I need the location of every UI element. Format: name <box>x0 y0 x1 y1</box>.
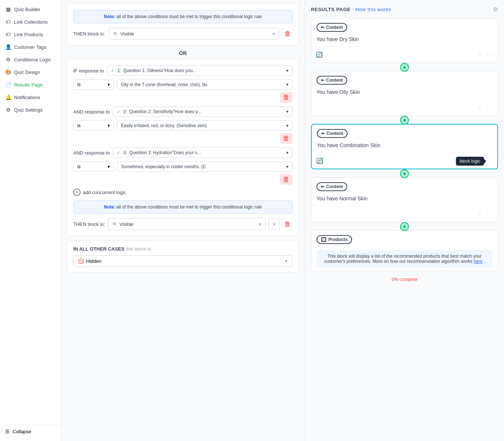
first-note-proper: Note: all of the above conditions must b… <box>73 10 292 23</box>
condition-3-operator-select[interactable]: is ▾ <box>73 162 114 172</box>
edit3-icon: ✏ <box>321 131 325 136</box>
chevron-op3-icon: ▾ <box>108 164 110 169</box>
content-card-oily-skin: ✏ Content You have Oily Skin ⑂ ··· <box>311 71 498 116</box>
branch2-button[interactable]: ⑂ <box>477 103 483 112</box>
settings-icon: ⚙ <box>5 107 11 113</box>
sidebar-item-quiz-design[interactable]: 🎨 Quiz Design <box>0 66 61 78</box>
logic-icon: ⚙ <box>5 57 11 62</box>
condition-1-value-row: is ▾ Oily in the T-zone (forehead, nose,… <box>73 79 292 90</box>
second-delete-button[interactable]: 🗑 <box>283 219 292 230</box>
content-badge-3[interactable]: ✏ Content <box>317 129 348 138</box>
first-then-row: THEN block is: 👁 Visible ▾ 🗑 <box>73 28 292 40</box>
sidebar-item-conditional-logic[interactable]: ⚙ Conditional Logic <box>0 53 61 66</box>
check2-icon: ✓ <box>117 109 120 114</box>
or-divider: OR <box>67 50 299 56</box>
eye2-icon: 👁 <box>112 221 117 227</box>
first-visible-select[interactable]: 👁 Visible ▾ <box>109 28 279 40</box>
condition-2-operator-select[interactable]: is ▾ <box>73 121 114 131</box>
edit4-icon: ✏ <box>321 184 324 189</box>
progress-bar-container: 0% complete <box>311 275 498 286</box>
sidebar-item-quiz-builder[interactable]: ▦ Quiz Builder <box>0 3 61 16</box>
plus3-icon: + <box>403 171 406 177</box>
add-circle-3[interactable]: + <box>400 169 409 178</box>
condition-1-question-select[interactable]: ✓ 1 Question 1: Oiliness"How does you...… <box>107 65 292 76</box>
condition-1-row: IF response to ✓ 1 Question 1: Oiliness"… <box>73 65 292 76</box>
chevron-val2-icon: ▾ <box>286 123 288 128</box>
sidebar-item-link-products[interactable]: 🏷 Link Products <box>0 28 61 41</box>
design-icon: 🎨 <box>5 69 11 75</box>
more2-button[interactable]: ··· <box>486 103 493 112</box>
chevron-q2-icon: ▾ <box>286 109 288 114</box>
sidebar-item-results-page[interactable]: 📄 Results Page <box>0 78 61 91</box>
more1-button[interactable]: ··· <box>486 50 493 60</box>
sync1-icon: 🔄 <box>316 51 323 58</box>
condition-2-question-select[interactable]: ✓ 2 Question 2: Sensitivity"How does y..… <box>113 106 292 117</box>
sidebar-item-quiz-settings[interactable]: ⚙ Quiz Settings <box>0 104 61 116</box>
first-then-label: THEN block is: <box>73 31 105 37</box>
add-logic-button[interactable]: ＋ <box>268 218 280 230</box>
condition-1-value-select[interactable]: Oily in the T-zone (forehead, nose, chin… <box>117 79 292 90</box>
main-area: Note: all of the above conditions must b… <box>61 0 504 441</box>
branch1-button[interactable]: ⑂ <box>477 50 483 60</box>
plus2-icon: + <box>403 117 406 123</box>
here-link[interactable]: here <box>474 259 483 264</box>
branch4-button[interactable]: ⑂ <box>477 209 483 219</box>
condition-2-value-select[interactable]: Easily irritated, red, or itchy. (Sensit… <box>117 121 292 131</box>
condition-3-delete-row: 🗑 <box>73 174 292 185</box>
chevron-op2-icon: ▾ <box>108 123 110 128</box>
content-card-4-body: You have Normal Skin <box>311 194 498 206</box>
chevron-val1-icon: ▾ <box>286 82 288 87</box>
content-card-3-footer: 🔄 block logic ⑂ ··· <box>312 153 497 169</box>
second-then-label: THEN block is: <box>73 221 105 227</box>
products-info-box: This block will display a list of the re… <box>317 250 493 268</box>
add-between-4-products: + <box>311 224 498 230</box>
edit2-icon: ✏ <box>321 78 324 83</box>
condition-2-delete-button[interactable]: 🗑 <box>280 133 292 144</box>
settings-gear-button[interactable]: ⚙ <box>493 6 498 13</box>
content-badge-1[interactable]: ✏ Content <box>317 23 347 32</box>
condition-1-delete-row: 🗑 <box>73 92 292 103</box>
sidebar-item-notifications[interactable]: 🔔 Notifications <box>0 91 61 104</box>
condition-3-delete-button[interactable]: 🗑 <box>280 174 292 185</box>
collapse-icon: ☰ <box>5 429 10 434</box>
grid-icon: ▦ <box>5 6 11 12</box>
condition-3-question-select[interactable]: ✓ 3 Question 3: Hydration"Does your s...… <box>113 147 292 158</box>
content-card-3-header: ✏ Content <box>312 125 497 141</box>
add-circle-4[interactable]: + <box>400 222 409 231</box>
how-this-works-link[interactable]: How this works <box>356 7 392 12</box>
sidebar-item-customer-tags[interactable]: 👤 Customer Tags <box>0 41 61 53</box>
results-page-title: RESULTS PAGE - How this works <box>311 7 391 12</box>
chevron-q1-icon: ▾ <box>286 68 288 73</box>
results-header: RESULTS PAGE - How this works ⚙ <box>311 6 498 13</box>
and-label-2: AND response to <box>73 150 110 156</box>
content-card-combination-skin: ✏ Content You have Combination Skin 🔄 bl… <box>311 124 498 169</box>
condition-1-operator-select[interactable]: is ▾ <box>73 79 114 90</box>
add-circle-2[interactable]: + <box>400 116 409 125</box>
condition-3-row: AND response to ✓ 3 Question 3: Hydratio… <box>73 147 292 158</box>
chevron-down-icon: ▾ <box>273 31 275 37</box>
sync3-icon: 🔄 <box>316 157 323 164</box>
products-badge[interactable]: 🔲 Products <box>317 235 352 244</box>
condition-1-delete-button[interactable]: 🗑 <box>280 92 292 103</box>
question-2-text: Question 2: Sensitivity"How does y... <box>129 109 285 114</box>
collapse-button[interactable]: ☰ Collapse <box>0 425 61 438</box>
products-card-header: 🔲 Products <box>311 231 498 247</box>
content-card-4-header: ✏ Content <box>311 178 498 194</box>
add-between-3-4: + <box>311 171 498 177</box>
second-visible-select[interactable]: 👁 Visible ▾ <box>108 218 265 230</box>
content-badge-2[interactable]: ✏ Content <box>317 76 347 85</box>
more4-button[interactable]: ··· <box>486 209 493 219</box>
content-card-2-header: ✏ Content <box>311 71 498 88</box>
sidebar-item-link-collections[interactable]: 🏷 Link Collections <box>0 16 61 28</box>
content-badge-4[interactable]: ✏ Content <box>317 182 347 191</box>
check-icon: ✓ <box>111 68 114 73</box>
if-label: IF response to <box>73 68 104 74</box>
add-between-1-2: + <box>311 64 498 70</box>
first-delete-button[interactable]: 🗑 <box>283 28 292 39</box>
add-concurrent-button[interactable]: + add concurrent logic <box>73 189 292 196</box>
condition-3-value-select[interactable]: Sometimes, especially in colder months. … <box>117 162 292 172</box>
results-title-area: RESULTS PAGE - How this works <box>311 7 391 12</box>
hidden-select[interactable]: 🚫 Hidden ▾ <box>73 255 292 267</box>
content-card-2-footer: ⑂ ··· <box>311 99 498 115</box>
add-circle-1[interactable]: + <box>400 63 409 72</box>
